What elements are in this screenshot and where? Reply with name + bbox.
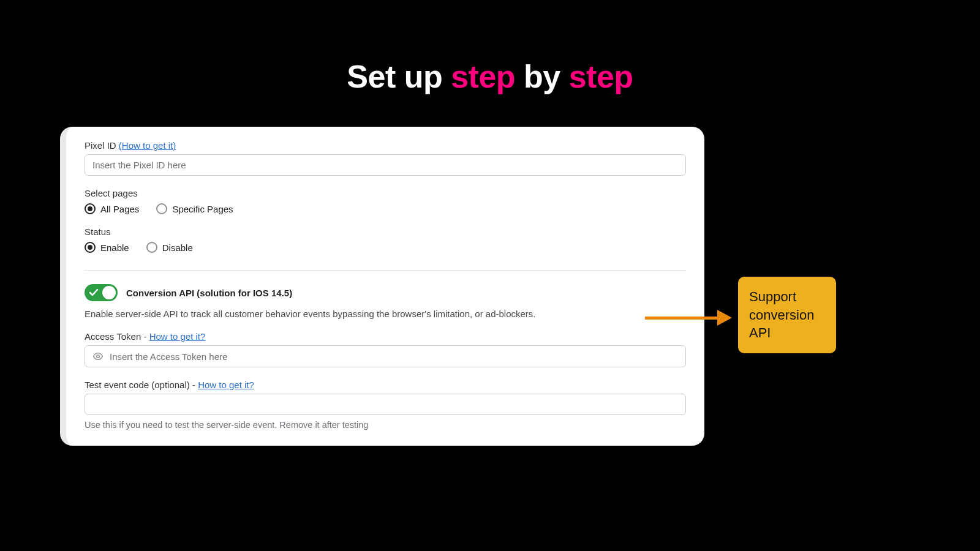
- annotation-callout: Support conversion API: [738, 277, 836, 353]
- heading-part2: step: [451, 59, 515, 94]
- pixel-id-label: Pixel ID: [85, 140, 119, 151]
- svg-point-0: [97, 355, 100, 358]
- conversion-api-desc: Enable server-side API to track all cust…: [85, 309, 686, 319]
- test-code-helper: Use this if you need to test the server-…: [85, 420, 686, 430]
- access-token-label-row: Access Token - How to get it?: [85, 331, 686, 342]
- radio-specific-pages-label: Specific Pages: [172, 204, 233, 214]
- test-code-input[interactable]: [85, 394, 686, 415]
- annotation-arrow: [645, 310, 737, 325]
- conversion-api-toggle[interactable]: [85, 284, 118, 301]
- eye-icon: [92, 351, 104, 362]
- toggle-knob: [102, 286, 116, 299]
- check-icon: [89, 288, 99, 298]
- radio-disable[interactable]: Disable: [146, 242, 193, 253]
- heading-part3: by: [515, 59, 569, 94]
- section-divider: [85, 270, 686, 271]
- radio-all-pages-label: All Pages: [100, 204, 139, 214]
- test-code-label-row: Test event code (optional) - How to get …: [85, 380, 686, 390]
- pixel-id-input[interactable]: [85, 154, 686, 176]
- arrow-line: [645, 317, 718, 320]
- radio-all-pages[interactable]: All Pages: [85, 203, 139, 214]
- arrow-right-icon: [717, 310, 732, 326]
- access-token-input-wrap[interactable]: [85, 345, 686, 367]
- status-label: Status: [85, 227, 686, 237]
- test-code-label: Test event code (optional): [85, 380, 190, 390]
- test-code-help-link[interactable]: How to get it?: [198, 380, 254, 390]
- heading-part1: Set up: [347, 59, 451, 94]
- conversion-api-title: Conversion API (solution for IOS 14.5): [126, 288, 292, 298]
- settings-card: Pixel ID (How to get it) Select pages Al…: [60, 127, 704, 446]
- radio-icon: [156, 203, 167, 214]
- pixel-id-help-link[interactable]: (How to get it): [119, 140, 176, 151]
- radio-disable-label: Disable: [162, 242, 193, 253]
- heading-part4: step: [569, 59, 633, 94]
- dash: -: [190, 380, 198, 390]
- page-heading: Set up step by step: [0, 0, 980, 95]
- select-pages-label: Select pages: [85, 188, 686, 198]
- radio-icon: [85, 203, 96, 214]
- radio-enable-label: Enable: [100, 242, 129, 253]
- access-token-input[interactable]: [110, 351, 678, 362]
- access-token-label: Access Token: [85, 331, 141, 342]
- radio-specific-pages[interactable]: Specific Pages: [156, 203, 233, 214]
- access-token-help-link[interactable]: How to get it?: [149, 331, 206, 342]
- radio-icon: [85, 242, 96, 253]
- radio-icon: [146, 242, 157, 253]
- radio-enable[interactable]: Enable: [85, 242, 129, 253]
- pixel-id-label-row: Pixel ID (How to get it): [85, 140, 686, 151]
- callout-text: Support conversion API: [749, 289, 814, 340]
- dash: -: [141, 331, 149, 342]
